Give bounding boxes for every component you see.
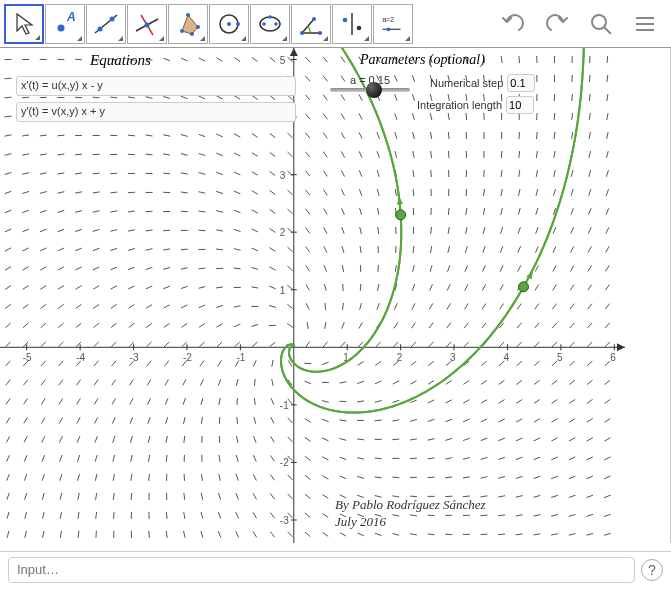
svg-line-558 xyxy=(323,342,328,347)
search-button[interactable] xyxy=(581,4,621,44)
svg-line-243 xyxy=(112,398,115,404)
svg-line-144 xyxy=(40,304,46,308)
svg-line-117 xyxy=(23,323,28,328)
svg-line-793 xyxy=(482,323,486,328)
svg-line-841 xyxy=(516,400,522,404)
svg-point-20 xyxy=(300,31,304,35)
svg-line-223 xyxy=(93,286,99,289)
svg-line-879 xyxy=(536,170,537,177)
svg-line-584 xyxy=(341,342,346,347)
svg-line-513 xyxy=(288,209,293,214)
svg-line-828 xyxy=(501,151,502,158)
svg-line-30 xyxy=(604,27,611,34)
tool-point[interactable]: A xyxy=(45,4,85,44)
svg-line-919 xyxy=(569,399,575,403)
svg-line-191 xyxy=(77,398,81,404)
svg-line-365 xyxy=(181,58,187,61)
svg-line-389 xyxy=(199,96,205,99)
svg-line-403 xyxy=(217,324,223,327)
svg-line-429 xyxy=(234,324,240,327)
command-input[interactable] xyxy=(8,557,635,583)
tool-reflect[interactable] xyxy=(332,4,372,44)
svg-line-764 xyxy=(463,380,469,384)
svg-line-295 xyxy=(148,398,151,404)
svg-line-322 xyxy=(165,379,169,385)
svg-line-229 xyxy=(93,173,100,174)
svg-line-864 xyxy=(534,457,540,460)
integration-length-input[interactable] xyxy=(506,96,534,114)
svg-line-767 xyxy=(464,323,468,328)
graphics-view[interactable]: -5-4-3-2-1123456-3-2-112345 Equations Pa… xyxy=(0,48,671,543)
svg-text:2: 2 xyxy=(280,227,286,238)
svg-line-751 xyxy=(448,132,449,139)
svg-line-715 xyxy=(429,323,433,329)
numerical-step-input[interactable] xyxy=(507,74,535,92)
tool-slider[interactable]: a=2 xyxy=(373,4,413,44)
xprime-input[interactable]: x'(t) = u(x,y) x - y xyxy=(16,76,296,96)
svg-line-761 xyxy=(463,438,470,440)
svg-line-392 xyxy=(218,531,221,537)
svg-line-160 xyxy=(60,493,62,500)
undo-button[interactable] xyxy=(493,4,533,44)
svg-line-479 xyxy=(272,360,273,367)
svg-line-946 xyxy=(587,380,592,384)
svg-line-219 xyxy=(94,361,99,366)
svg-line-152 xyxy=(40,154,47,155)
svg-line-510 xyxy=(287,266,292,271)
svg-line-710 xyxy=(428,419,435,421)
svg-line-478 xyxy=(272,379,273,386)
svg-line-525 xyxy=(305,475,310,479)
svg-line-526 xyxy=(305,456,311,460)
svg-line-450 xyxy=(254,417,256,424)
svg-line-925 xyxy=(570,285,574,291)
svg-line-464 xyxy=(252,153,258,157)
svg-line-892 xyxy=(551,419,557,423)
tool-circle[interactable] xyxy=(209,4,249,44)
svg-line-989 xyxy=(607,56,608,63)
svg-line-489 xyxy=(270,171,276,175)
help-button[interactable]: ? xyxy=(641,559,663,581)
svg-line-928 xyxy=(571,227,574,233)
svg-line-108 xyxy=(25,493,27,500)
svg-line-199 xyxy=(75,248,81,251)
svg-line-948 xyxy=(587,342,592,347)
tool-ellipse[interactable] xyxy=(250,4,290,44)
a-slider[interactable]: a = 0.15 xyxy=(330,74,410,92)
svg-line-906 xyxy=(554,151,555,158)
svg-line-346 xyxy=(183,417,185,424)
svg-line-126 xyxy=(22,154,29,155)
svg-line-940 xyxy=(586,495,593,497)
svg-line-568 xyxy=(323,152,327,158)
svg-line-426 xyxy=(236,379,238,386)
svg-line-462 xyxy=(252,191,258,194)
svg-line-822 xyxy=(500,265,503,271)
tool-polygon[interactable] xyxy=(168,4,208,44)
svg-line-896 xyxy=(552,342,557,347)
svg-line-461 xyxy=(252,210,258,213)
svg-line-674 xyxy=(395,113,397,120)
svg-line-441 xyxy=(234,96,240,100)
tool-angle[interactable] xyxy=(291,4,331,44)
svg-line-119 xyxy=(23,286,29,290)
svg-line-872 xyxy=(535,304,539,310)
svg-line-660 xyxy=(393,381,399,384)
tool-line[interactable] xyxy=(86,4,126,44)
svg-line-759 xyxy=(463,477,470,478)
yprime-input[interactable]: y'(t) = v(x,y) x + y xyxy=(16,102,296,122)
redo-button[interactable] xyxy=(537,4,577,44)
svg-line-467 xyxy=(252,95,258,99)
svg-line-246 xyxy=(111,342,116,347)
tool-perpendicular[interactable] xyxy=(127,4,167,44)
svg-line-944 xyxy=(587,419,593,423)
svg-line-871 xyxy=(535,323,540,328)
svg-line-93 xyxy=(5,285,11,289)
svg-line-658 xyxy=(392,420,399,421)
svg-line-447 xyxy=(253,474,256,480)
tool-move[interactable] xyxy=(4,4,44,44)
svg-line-834 xyxy=(516,534,523,535)
svg-line-798 xyxy=(483,227,485,234)
menu-button[interactable] xyxy=(625,4,665,44)
svg-line-514 xyxy=(288,190,293,195)
svg-line-401 xyxy=(218,361,222,367)
svg-line-559 xyxy=(325,322,326,329)
